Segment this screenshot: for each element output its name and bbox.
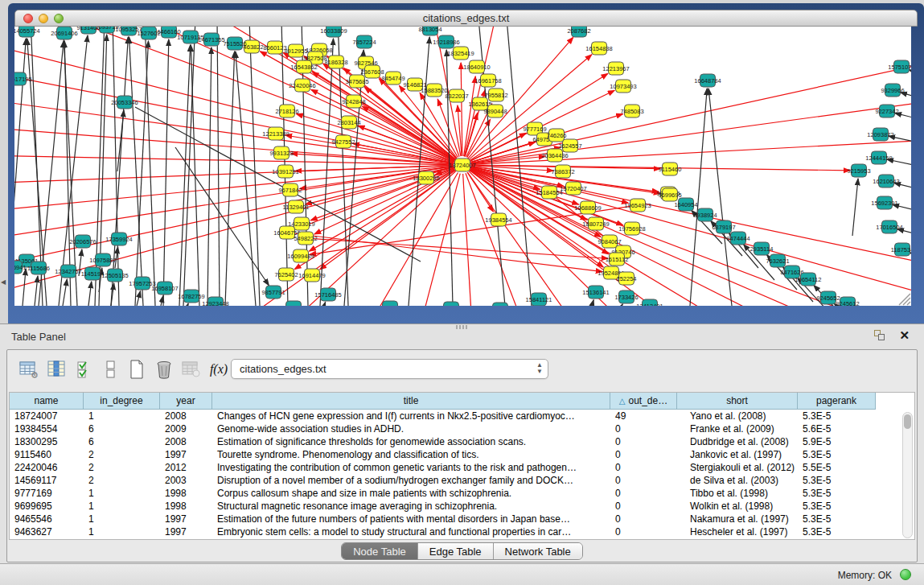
- graph-node-teal[interactable]: 8813054: [418, 27, 441, 35]
- graph-node-teal[interactable]: 2087682: [567, 27, 590, 37]
- graph-node-teal[interactable]: 15136141: [582, 286, 609, 299]
- edge[interactable]: [207, 47, 211, 306]
- graph-node-yellow[interactable]: 7625402: [274, 268, 298, 281]
- table-row[interactable]: 911546021997Tourette syndrome. Phenomeno…: [10, 448, 914, 461]
- delete-column-button[interactable]: [179, 357, 203, 381]
- graph-node-teal[interactable]: 12413401: [636, 299, 663, 306]
- graph-node-teal[interactable]: 9857791: [261, 286, 285, 299]
- select-all-button[interactable]: [73, 357, 97, 381]
- deselect-all-button[interactable]: [99, 357, 123, 381]
- graph-node-teal[interactable]: 9215953: [847, 164, 870, 177]
- graph-node-teal[interactable]: 7632621: [766, 254, 789, 267]
- graph-node-teal[interactable]: 10975887: [89, 253, 116, 266]
- graph-node-yellow[interactable]: 9931328: [269, 146, 293, 159]
- edge[interactable]: [622, 304, 622, 306]
- graph-node-teal[interactable]: 12451012: [437, 302, 464, 306]
- window-titlebar[interactable]: citations_edges.txt: [14, 10, 918, 27]
- scrollbar-thumb[interactable]: [904, 414, 911, 429]
- edge[interactable]: [236, 51, 256, 306]
- column-header-out_de[interactable]: △out_de…: [610, 393, 677, 410]
- graph-node-teal[interactable]: 17016504: [876, 220, 902, 233]
- graph-node-teal[interactable]: 15716485: [314, 288, 341, 301]
- canvas-resize-grip[interactable]: [899, 294, 910, 305]
- edge[interactable]: [14, 99, 454, 164]
- graph-node-teal[interactable]: 11015341: [377, 301, 404, 306]
- table-row[interactable]: 1830029562008Estimation of significance …: [10, 435, 914, 448]
- edge[interactable]: [35, 276, 38, 306]
- graph-node-yellow[interactable]: 12213967: [602, 62, 629, 75]
- edge[interactable]: [217, 27, 220, 306]
- tab-network-table[interactable]: Network Table: [494, 543, 582, 559]
- graph-node-yellow[interactable]: 19384554: [485, 213, 511, 226]
- graph-node-teal[interactable]: 12923448: [202, 297, 228, 306]
- graph-node-yellow[interactable]: 9242848: [342, 95, 365, 108]
- graph-node-teal[interactable]: 9604141: [281, 301, 305, 306]
- graph-node-yellow[interactable]: 2718126: [275, 105, 298, 117]
- graph-node-yellow[interactable]: 10688609: [574, 201, 601, 214]
- table-row[interactable]: 1938455462009Genome-wide association stu…: [10, 422, 914, 435]
- graph-node-teal[interactable]: 14055724: [14, 27, 40, 37]
- edge[interactable]: [592, 300, 593, 306]
- edge[interactable]: [14, 166, 454, 212]
- graph-node-teal[interactable]: 16033809: [320, 27, 347, 37]
- graph-node-teal[interactable]: 1733426: [614, 290, 638, 303]
- tab-edge-table[interactable]: Edge Table: [418, 543, 494, 559]
- edge[interactable]: [145, 27, 155, 306]
- graph-node-yellow[interactable]: 7485083: [620, 105, 643, 117]
- column-header-year[interactable]: year: [160, 393, 212, 410]
- graph-node-teal[interactable]: 16210643: [873, 175, 899, 187]
- graph-node-teal[interactable]: 20691406: [51, 27, 77, 39]
- close-panel-button[interactable]: ✕: [899, 328, 910, 343]
- graph-node-teal[interactable]: 17359924: [105, 233, 132, 245]
- graph-node-teal[interactable]: 20053346: [111, 96, 138, 109]
- graph-node-teal[interactable]: 15692391: [871, 196, 897, 209]
- graph-node-yellow[interactable]: 2803144: [337, 116, 360, 129]
- table-selector-dropdown[interactable]: citations_edges.txt ▲▼: [231, 359, 548, 379]
- function-builder-button[interactable]: f(x): [207, 357, 231, 381]
- edge[interactable]: [225, 51, 235, 306]
- graph-node-teal[interactable]: 15841121: [526, 293, 552, 306]
- graph-node-teal[interactable]: 16782759: [178, 290, 204, 303]
- graph-node-yellow[interactable]: 15184554: [536, 186, 562, 199]
- graph-node-yellow[interactable]: 9671842: [278, 183, 302, 196]
- edge[interactable]: [324, 302, 326, 306]
- graph-node-teal[interactable]: 7857224: [352, 35, 376, 48]
- edge[interactable]: [461, 63, 462, 156]
- table-row[interactable]: 977716911998Corpus callosum shape and si…: [10, 487, 914, 500]
- edge[interactable]: [135, 41, 148, 306]
- edge[interactable]: [129, 37, 143, 306]
- edge[interactable]: [466, 173, 529, 306]
- graph-node-teal[interactable]: 12093872: [867, 128, 893, 141]
- column-header-name[interactable]: name: [10, 393, 84, 410]
- column-header-title[interactable]: title: [212, 393, 610, 410]
- table-row[interactable]: 1456911722003Disruption of a novel membe…: [10, 474, 914, 487]
- collapse-west-arrow-icon[interactable]: ◀: [1, 278, 6, 286]
- tab-node-table[interactable]: Node Table: [342, 543, 418, 559]
- edge[interactable]: [137, 291, 141, 306]
- graph-node-yellow[interactable]: 16154838: [585, 42, 612, 55]
- graph-node-yellow[interactable]: 18640910: [463, 60, 490, 73]
- edge[interactable]: [63, 279, 67, 306]
- edge[interactable]: [88, 282, 92, 306]
- graph-node-teal[interactable]: 1640954: [674, 198, 697, 211]
- graph-node-yellow[interactable]: 16961758: [474, 74, 501, 87]
- edge[interactable]: [310, 238, 608, 258]
- edge[interactable]: [320, 39, 334, 306]
- graph-node-teal[interactable]: 12505135: [101, 269, 128, 282]
- edge[interactable]: [852, 179, 858, 236]
- graph-node-teal[interactable]: 12342757: [55, 265, 81, 278]
- edge[interactable]: [14, 167, 454, 240]
- select-column-button[interactable]: [45, 357, 69, 381]
- table-row[interactable]: 946362711997Embryonic stem cells: a mode…: [10, 525, 914, 538]
- table-row[interactable]: 2242004622012Investigating the contribut…: [10, 461, 914, 474]
- graph-node-teal[interactable]: 9329966: [881, 84, 904, 97]
- column-header-pagerank[interactable]: pagerank: [798, 393, 876, 410]
- network-canvas[interactable]: 1872400774638228660123891295518226058982…: [14, 27, 911, 306]
- graph-node-teal[interactable]: 2935114: [750, 242, 774, 255]
- edge[interactable]: [463, 174, 473, 306]
- graph-node-yellow[interactable]: 9115460: [659, 163, 682, 175]
- graph-node-teal[interactable]: 1187534: [891, 243, 911, 256]
- delete-table-button[interactable]: [152, 357, 176, 381]
- vertical-scrollbar[interactable]: [902, 412, 913, 538]
- edge[interactable]: [187, 303, 188, 306]
